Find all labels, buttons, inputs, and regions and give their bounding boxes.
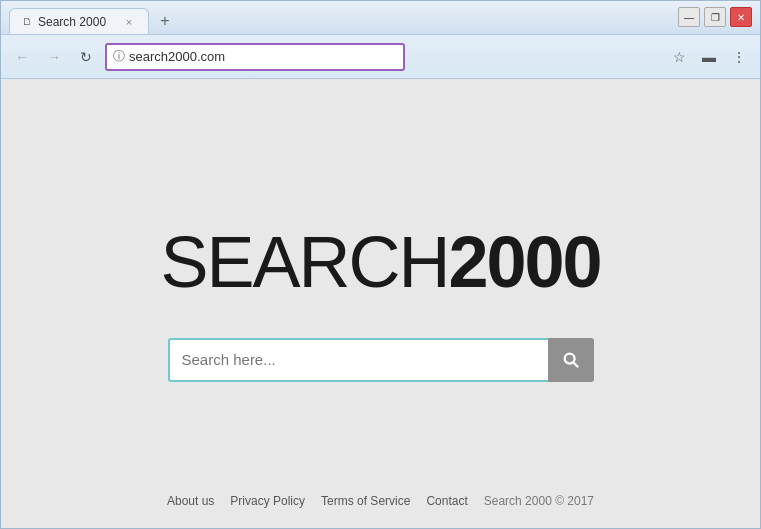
close-button[interactable]: ✕ [730,7,752,27]
search-area [168,338,594,382]
site-logo: SEARCH2000 [160,226,600,298]
titlebar: 🗋 Search 2000 × + — ❐ ✕ [1,1,760,35]
footer-contact-link[interactable]: Contact [426,494,467,508]
search-icon [562,351,580,369]
page-content: SEARCH2000 About us Privacy Policy Terms… [1,79,760,528]
browser-window: 🗋 Search 2000 × + — ❐ ✕ ← → ↻ ⓘ ☆ ▬ ⋮ [0,0,761,529]
menu-button[interactable]: ⋮ [726,44,752,70]
footer: About us Privacy Policy Terms of Service… [167,494,594,508]
footer-terms-link[interactable]: Terms of Service [321,494,410,508]
toolbar-right: ☆ ▬ ⋮ [666,44,752,70]
search-input[interactable] [168,338,548,382]
tab-close-button[interactable]: × [122,15,136,29]
cast-button[interactable]: ▬ [696,44,722,70]
browser-toolbar: ← → ↻ ⓘ ☆ ▬ ⋮ [1,35,760,79]
back-button[interactable]: ← [9,44,35,70]
refresh-button[interactable]: ↻ [73,44,99,70]
address-bar[interactable]: ⓘ [105,43,405,71]
window-controls: — ❐ ✕ [678,7,752,27]
new-tab-button[interactable]: + [151,8,179,34]
footer-about-link[interactable]: About us [167,494,214,508]
minimize-button[interactable]: — [678,7,700,27]
tab-label: Search 2000 [38,15,106,29]
address-input[interactable] [129,49,397,64]
logo-bold-text: 2000 [448,222,600,302]
bookmark-button[interactable]: ☆ [666,44,692,70]
svg-line-1 [573,362,578,367]
active-tab[interactable]: 🗋 Search 2000 × [9,8,149,34]
logo-normal-text: SEARCH [160,222,448,302]
svg-point-0 [564,353,574,363]
search-button[interactable] [548,338,594,382]
logo-area: SEARCH2000 [160,226,600,298]
footer-copyright: Search 2000 © 2017 [484,494,594,508]
maximize-button[interactable]: ❐ [704,7,726,27]
tab-favicon: 🗋 [22,16,32,27]
tab-strip: 🗋 Search 2000 × + [9,1,179,34]
footer-privacy-link[interactable]: Privacy Policy [230,494,305,508]
info-icon: ⓘ [113,48,125,65]
forward-button[interactable]: → [41,44,67,70]
